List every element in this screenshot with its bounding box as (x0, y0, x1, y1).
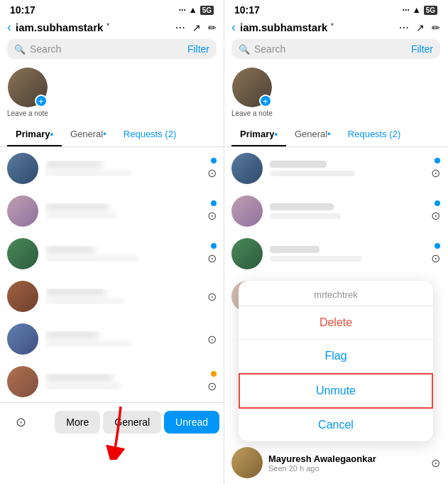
right-panel: 10:17 ··· ▲ 5G ‹ iam.subhamstark ˅ ··· ↗… (224, 0, 447, 484)
own-story-left[interactable]: + Leave a note (7, 68, 48, 117)
own-story-right[interactable]: + Leave a note (231, 68, 273, 117)
unread-dot-3 (211, 243, 217, 249)
more-options-icon-left[interactable]: ··· (175, 21, 185, 35)
more-options-icon-right[interactable]: ··· (399, 21, 409, 35)
avatar-r3 (231, 238, 263, 269)
more-action-button[interactable]: More (55, 411, 100, 434)
chevron-icon-right: ˅ (330, 23, 334, 32)
camera-icon-6: ⊙ (207, 380, 217, 393)
msg-content-2 (45, 203, 200, 219)
unread-dot-6 (211, 371, 217, 377)
camera-icon-3: ⊙ (207, 252, 217, 265)
chevron-icon-left: ˅ (106, 23, 110, 32)
unmute-menu-item[interactable]: Unmute (239, 373, 433, 409)
tab-requests-left[interactable]: Requests (2) (115, 123, 185, 146)
time-right: 10:17 (234, 4, 260, 16)
activity-icon-left[interactable]: ↗ (192, 22, 201, 33)
msg-content-4 (45, 289, 200, 304)
tabs-right: Primary• General• Requests (2) (224, 123, 447, 147)
filter-button-left[interactable]: Filter (187, 43, 209, 55)
avatar-r1 (231, 153, 263, 184)
username-right[interactable]: iam.subhamstark ˅ (240, 21, 395, 33)
status-icons-right: ··· ▲ 5G (403, 5, 437, 15)
flag-menu-item[interactable]: Flag (239, 340, 433, 373)
msg-right-4: ⊙ (207, 290, 217, 303)
msg-name-3 (45, 246, 95, 253)
unread-action-button[interactable]: Unread (164, 411, 219, 434)
msg-preview-5 (45, 341, 131, 347)
tab-primary-right[interactable]: Primary• (231, 123, 286, 146)
back-button-left[interactable]: ‹ (7, 20, 11, 35)
msg-right-2: ⊙ (207, 200, 217, 222)
context-menu-header: mrtechtrek (239, 281, 433, 306)
add-story-button-left[interactable]: + (35, 95, 48, 107)
msg-item-5[interactable]: ⊙ (0, 318, 224, 360)
username-left[interactable]: iam.subhamstark ˅ (16, 21, 171, 33)
camera-icon-bottom-right: ⊙ (431, 457, 440, 469)
story-row-right: + Leave a note (224, 63, 447, 123)
tab-primary-left[interactable]: Primary• (7, 123, 62, 146)
left-panel: 10:17 ··· ▲ 5G ‹ iam.subhamstark ˅ ··· ↗… (0, 0, 224, 484)
msg-content-5 (45, 331, 200, 347)
msg-item-4[interactable]: ⊙ (0, 275, 224, 318)
msg-item-r1: ⊙ (224, 147, 447, 190)
msg-content-3 (45, 246, 200, 262)
avatar-2 (7, 195, 38, 227)
msg-item-r2: ⊙ (224, 190, 447, 232)
story-label-left: Leave a note (7, 109, 48, 117)
tab-general-right[interactable]: General• (286, 123, 339, 146)
filter-button-right[interactable]: Filter (411, 43, 433, 55)
header-icons-right: ··· ↗ ✏ (399, 21, 440, 35)
msg-item-3[interactable]: ⊙ (0, 232, 224, 275)
msg-name-4 (45, 289, 106, 296)
header-icons-left: ··· ↗ ✏ (175, 21, 217, 35)
bottom-avatar-right (231, 447, 263, 478)
status-bar-right: 10:17 ··· ▲ 5G (224, 0, 447, 18)
search-icon-left: 🔍 (14, 44, 26, 55)
search-input-right[interactable]: Search (254, 43, 407, 55)
search-bar-right[interactable]: 🔍 Search Filter (231, 39, 440, 59)
search-input-left[interactable]: Search (30, 43, 183, 55)
camera-icon-4: ⊙ (207, 290, 217, 303)
msg-content-6 (45, 374, 200, 389)
bottom-msg-content-right: Mayuresh Awalegaonkar Seen 20 h ago (268, 453, 376, 473)
activity-icon-right[interactable]: ↗ (416, 22, 425, 33)
msg-item-1[interactable]: ⊙ (0, 147, 224, 190)
msg-name-5 (45, 331, 99, 338)
camera-action-button[interactable]: ⊙ (4, 409, 38, 436)
msg-right-1: ⊙ (207, 158, 217, 180)
unread-dot-2 (211, 200, 217, 206)
tab-requests-right[interactable]: Requests (2) (339, 123, 409, 146)
unread-dot-1 (211, 158, 217, 163)
status-bar-left: 10:17 ··· ▲ 5G (0, 0, 224, 18)
delete-menu-item[interactable]: Delete (239, 306, 433, 340)
context-menu: mrtechtrek Delete Flag Unmute Cancel (239, 281, 433, 441)
header-right: ‹ iam.subhamstark ˅ ··· ↗ ✏ (224, 18, 447, 39)
msg-preview-4 (45, 299, 124, 304)
msg-preview-6 (45, 384, 120, 389)
general-action-button[interactable]: General (103, 411, 161, 434)
avatar-4 (7, 281, 38, 312)
back-button-right[interactable]: ‹ (231, 20, 236, 35)
bottom-msg-preview-right: Seen 20 h ago (268, 464, 376, 473)
msg-item-r3: ⊙ (224, 232, 447, 275)
avatar-3 (7, 238, 38, 269)
add-story-button-right[interactable]: + (259, 95, 272, 107)
tabs-left: Primary• General• Requests (2) (0, 123, 224, 147)
msg-item-2[interactable]: ⊙ (0, 190, 224, 232)
msg-name-6 (45, 374, 113, 381)
tab-general-left[interactable]: General• (62, 123, 115, 146)
msg-item-6[interactable]: ⊙ (0, 360, 224, 403)
msg-name-2 (45, 203, 109, 210)
msg-right-6: ⊙ (207, 371, 217, 393)
search-bar-left[interactable]: 🔍 Search Filter (7, 39, 217, 59)
camera-icon-1: ⊙ (207, 166, 217, 180)
cancel-menu-item[interactable]: Cancel (239, 409, 433, 441)
compose-icon-right[interactable]: ✏ (432, 22, 440, 33)
msg-preview-2 (45, 213, 116, 219)
compose-icon-left[interactable]: ✏ (208, 22, 217, 33)
bottom-msg-name-right: Mayuresh Awalegaonkar (268, 453, 376, 464)
story-row-left: + Leave a note (0, 63, 224, 123)
avatar-r2 (231, 195, 263, 227)
own-avatar-wrap-right: + (232, 68, 272, 107)
